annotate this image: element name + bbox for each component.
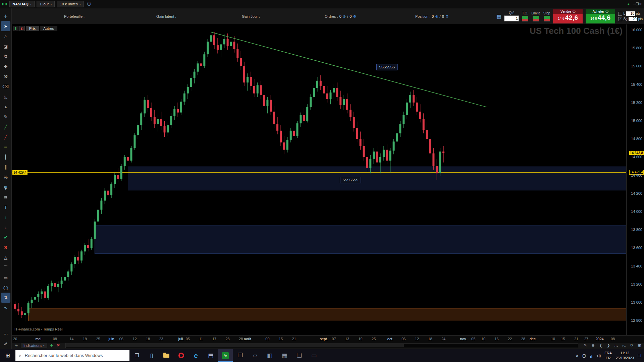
settings-tool[interactable]: ⚒ xyxy=(1,71,10,81)
language-indicator[interactable]: FRAFR xyxy=(604,351,612,360)
tab-prix[interactable]: Prix xyxy=(26,26,39,31)
window-app-icon[interactable]: ❐ xyxy=(233,349,248,362)
app-icon-1[interactable]: ▱ xyxy=(248,349,262,362)
tablet-mode-icon[interactable]: ▯ xyxy=(144,349,159,362)
trading-app-icon[interactable]: ∿ xyxy=(218,349,233,362)
fibonacci-tool[interactable]: % xyxy=(1,172,10,182)
crosshair-tool[interactable]: ✛ xyxy=(1,11,10,21)
chart-canvas[interactable]: SSSSSSSSSSSSSS xyxy=(12,24,627,335)
ellipse-tool[interactable]: ◯ xyxy=(1,283,10,293)
to-order-icon[interactable] xyxy=(522,16,528,21)
chart-scrollbar[interactable] xyxy=(65,343,578,348)
app-icon-5[interactable]: ▭ xyxy=(307,349,321,362)
fullscreen-icon[interactable]: ▣ xyxy=(637,343,642,348)
info-icon: ⓘ xyxy=(573,9,576,14)
vertical-line-tool[interactable]: ┃ xyxy=(1,152,10,162)
price-axis[interactable]: 14 429,4 14 643,8 16 00015 80015 60015 4… xyxy=(626,24,644,335)
chart-info-icon[interactable]: ⓘ xyxy=(87,1,91,7)
app-icon-4[interactable]: ❏ xyxy=(292,349,307,362)
time-axis[interactable]: 20mai08141925juin06121823juil.0511172328… xyxy=(12,335,644,343)
reset-view-icon[interactable]: ↻ xyxy=(629,343,634,348)
cursor-tool[interactable]: ➤ xyxy=(1,21,10,31)
maximize-button[interactable]: ❐ xyxy=(636,2,639,6)
quantity-input[interactable] xyxy=(504,15,519,21)
remove-indicator-icon[interactable]: ✖ xyxy=(56,343,61,348)
projection-tool[interactable]: ⇅ xyxy=(1,293,10,303)
display-tray-icon[interactable]: ▢ xyxy=(582,353,586,358)
arc-tool[interactable]: ⌒ xyxy=(1,262,10,273)
zigzag-tool[interactable]: ∿ xyxy=(1,303,10,313)
position-settings-icon[interactable]: ⚙ xyxy=(445,14,449,18)
indicators-button[interactable]: Indicateurs▾ xyxy=(21,343,47,348)
sell-button[interactable]: Vendreⓘ 14 642,6 xyxy=(553,9,583,23)
position-close-icon[interactable]: ⊗ xyxy=(435,14,438,18)
color-style-icon[interactable]: ◧ xyxy=(19,26,25,31)
limit-order-icon[interactable] xyxy=(533,16,539,21)
stop-checkbox[interactable]: ✓ xyxy=(618,17,622,21)
indicator-chart-icon[interactable]: ∿ xyxy=(14,343,19,348)
taskbar-search[interactable]: ⌕ xyxy=(15,350,129,361)
clock[interactable]: 11:1225/10/2023 xyxy=(615,351,634,360)
edge-browser-icon[interactable]: e xyxy=(189,349,203,362)
triangle-tool[interactable]: △ xyxy=(1,252,10,262)
hidden-icons-chevron[interactable]: ∧ xyxy=(576,353,579,358)
arrow-up-tool[interactable]: ↑ xyxy=(1,212,10,222)
price-tick: 12 800 xyxy=(631,318,642,322)
more-tools-icon[interactable]: ⋯ xyxy=(1,329,10,339)
horizontal-line-tool[interactable]: ━ xyxy=(1,142,10,152)
zoom-in-icon[interactable]: ⌕₊ xyxy=(613,343,619,348)
pencil-tool[interactable]: ✎ xyxy=(1,112,10,122)
timeframe-selector[interactable]: 1 jour▾ xyxy=(37,1,55,7)
opera-browser-icon[interactable] xyxy=(174,349,189,362)
orders-settings-icon[interactable]: ⚙ xyxy=(353,14,356,18)
draw-icon[interactable]: ✎ xyxy=(583,343,588,348)
scrollbar-thumb[interactable] xyxy=(66,344,404,347)
limit-checkbox[interactable] xyxy=(618,12,622,16)
stop-points-input[interactable]: 20 xyxy=(629,17,637,21)
duplicate-tool[interactable]: ⧉ xyxy=(1,51,10,61)
minimize-button[interactable]: ─ xyxy=(633,2,636,6)
trendline-tool[interactable]: ╱ xyxy=(1,132,10,142)
zoom-out-icon[interactable]: ⌕₋ xyxy=(621,343,627,348)
network-tray-icon[interactable]: ⣴ xyxy=(590,353,593,358)
zoom-tool[interactable]: ⌕ xyxy=(1,31,10,41)
buy-button[interactable]: Acheterⓘ 14 644,6 xyxy=(586,9,615,23)
search-input[interactable] xyxy=(24,353,126,358)
price-style-icon[interactable]: ❚ xyxy=(13,26,18,31)
text-tool[interactable]: T xyxy=(1,202,10,212)
stop-order-icon[interactable] xyxy=(544,16,550,21)
segment-tool[interactable]: ╱ xyxy=(1,122,10,132)
app-icon-2[interactable]: ◧ xyxy=(262,349,277,362)
file-explorer-icon[interactable] xyxy=(159,349,174,362)
add-indicator-icon[interactable]: ✚ xyxy=(49,343,54,348)
app-icon-3[interactable]: ▦ xyxy=(277,349,292,362)
cross-tool[interactable]: ✖ xyxy=(1,242,10,252)
eraser-tool[interactable]: ◪ xyxy=(1,41,10,51)
close-button[interactable]: ✕ xyxy=(639,2,642,6)
brush-tool[interactable]: ✐ xyxy=(1,339,10,349)
channel-tool[interactable]: ≋ xyxy=(1,192,10,202)
rectangle-tool[interactable]: ▭ xyxy=(1,273,10,283)
limit-points-input[interactable]: 10 xyxy=(626,11,635,16)
task-view-button[interactable]: ❐ xyxy=(129,349,144,362)
move-tool[interactable]: ✥ xyxy=(1,61,10,71)
pitchfork-tool[interactable]: ψ xyxy=(1,182,10,192)
crosshair-icon[interactable]: ⊕ xyxy=(590,343,596,348)
pan-left-icon[interactable]: ❮ xyxy=(598,343,603,348)
check-tool[interactable]: ✔ xyxy=(1,232,10,242)
orders-cancel-icon[interactable]: ⊗ xyxy=(343,14,346,18)
tab-autres[interactable]: Autres xyxy=(40,26,57,31)
ruler-tool[interactable]: ◺ xyxy=(1,92,10,102)
calculator-icon[interactable]: ▦ xyxy=(496,13,501,19)
office-app-icon[interactable]: ▤ xyxy=(203,349,218,362)
units-selector[interactable]: 10 k unités▾ xyxy=(57,1,84,7)
symbol-selector[interactable]: NASDAQ▾ xyxy=(9,1,35,7)
start-button[interactable]: ⊞ xyxy=(0,349,15,362)
cone-tool[interactable]: ▲ xyxy=(1,102,10,112)
pan-right-icon[interactable]: ❯ xyxy=(606,343,611,348)
volume-tray-icon[interactable]: ◁) xyxy=(596,353,601,358)
delete-tool[interactable]: ⌫ xyxy=(1,81,10,92)
arrow-down-tool[interactable]: ↓ xyxy=(1,222,10,232)
notification-center-icon[interactable]: ❑ xyxy=(638,353,641,358)
parallel-lines-tool[interactable]: ∥ xyxy=(1,162,10,172)
